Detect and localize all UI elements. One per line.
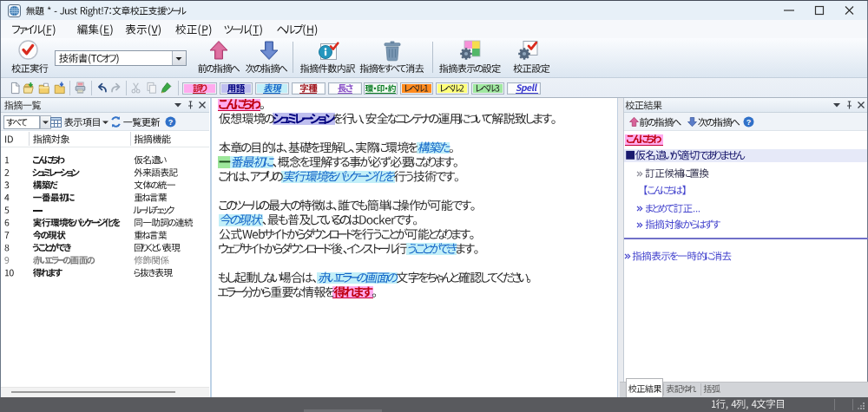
svg-text:?: ? [746,118,752,127]
svg-text:?: ? [168,118,174,127]
